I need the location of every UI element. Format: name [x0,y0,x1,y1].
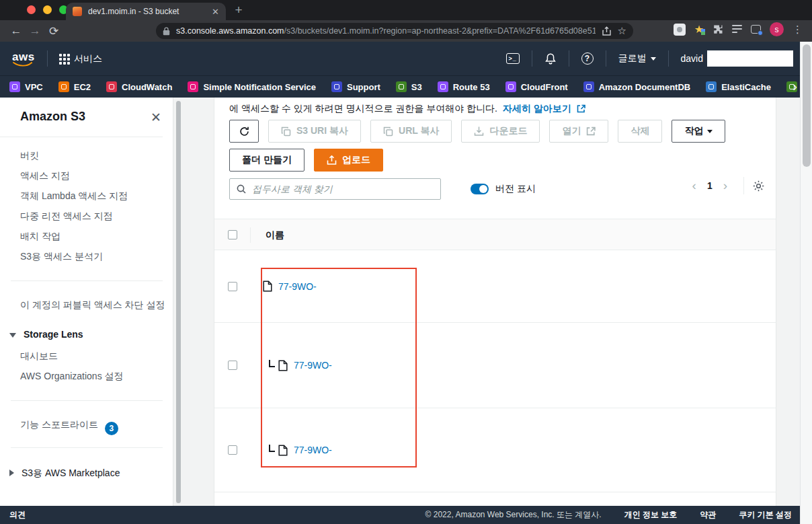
page-scrollbar[interactable] [800,42,812,524]
browser-menu-icon[interactable]: ⋮ [793,24,803,36]
object-version-row[interactable]: 77-9WO- [214,323,776,408]
sidebar-group-storage-lens[interactable]: Storage Lens [9,329,83,340]
help-icon[interactable]: ? [581,52,594,65]
object-version-row[interactable]: 77-9WO- [214,408,776,492]
reload-button[interactable]: ⟳ [44,24,63,38]
url-host: s3.console.aws.amazon.com [176,26,284,36]
cookie-preferences-link[interactable]: 쿠키 기본 설정 [739,509,792,521]
favorites-overflow-chevron-icon[interactable]: › [793,79,797,94]
back-button[interactable]: ← [7,24,26,38]
select-all-checkbox[interactable] [228,230,237,239]
row-checkbox[interactable] [228,282,237,291]
download-icon [474,126,484,137]
learn-more-link[interactable]: 자세히 알아보기 [503,103,571,114]
version-branch-icon [269,445,275,452]
keep-extension-icon[interactable] [674,24,686,36]
notifications-bell-icon[interactable] [544,52,557,65]
favorite-sns[interactable]: Simple Notification Service [188,81,316,92]
sidebar-item-multi-region[interactable]: 다중 리전 액세스 지점 [20,211,113,223]
download-button[interactable]: 다운로드 [461,120,540,143]
object-version-link[interactable]: 77-9WO- [294,445,332,455]
region-selector[interactable]: 글로벌 [618,52,656,65]
sidebar-item-batch-operations[interactable]: 배치 작업 [20,231,60,243]
current-page-number[interactable]: 1 [704,180,715,191]
redacted-account-box [707,50,793,67]
bookmark-star-icon[interactable]: ☆ [618,25,626,37]
name-column-header[interactable]: 이름 [266,229,284,241]
account-menu[interactable]: david [681,53,703,64]
playlist-extension-icon[interactable] [732,25,742,34]
sidebar-item-dashboards[interactable]: 대시보드 [20,350,58,363]
bookmarks-extension-icon[interactable]: ★ [694,23,704,36]
aws-logo[interactable]: aws [12,50,35,64]
ec2-service-icon [58,81,69,92]
new-tab-button[interactable]: + [230,1,247,19]
sidebar-item-access-analyzer[interactable]: S3용 액세스 분석기 [20,251,103,263]
create-folder-button[interactable]: 폴더 만들기 [229,149,304,172]
object-version-link[interactable]: 77-9WO- [294,360,332,371]
browser-profile-avatar[interactable]: s [770,22,784,36]
browser-tab[interactable]: dev1.moim.in - S3 bucket ✕ [66,3,226,20]
sidebar-item-access-points[interactable]: 액세스 지점 [20,170,70,182]
copy-url-button[interactable]: URL 복사 [370,120,452,143]
cloudshell-icon[interactable]: >_ [506,53,520,64]
tab-close-icon[interactable]: ✕ [212,7,219,17]
refresh-button[interactable] [229,120,259,143]
object-search-box[interactable] [229,178,441,200]
object-row[interactable]: 77-9WO- [214,250,776,323]
collapse-triangle-icon [9,333,16,338]
console-footer: 의견 © 2022, Amazon Web Services, Inc. 또는 … [0,506,812,524]
feedback-link[interactable]: 의견 [9,509,26,521]
copy-s3-uri-button[interactable]: S3 URI 복사 [268,120,361,143]
file-icon [278,360,288,371]
table-settings-gear-icon[interactable] [752,180,765,192]
sidebar-item-organizations-settings[interactable]: AWS Organizations 설정 [20,371,124,383]
refresh-icon [239,126,250,137]
favorite-ec2[interactable]: EC2 [58,81,91,92]
favorite-route53[interactable]: Route 53 [438,81,490,92]
sidebar-item-block-public-access[interactable]: 이 계정의 퍼블릭 액세스 차단 설정 [20,299,165,311]
sidebar-group-marketplace[interactable]: S3용 AWS Marketplace [9,467,120,480]
next-page-chevron-icon[interactable]: › [715,178,735,193]
puzzle-extensions-icon[interactable] [713,24,723,35]
row-checkbox[interactable] [228,445,237,455]
delete-button[interactable]: 삭제 [618,120,662,143]
page-scrollbar-thumb[interactable] [803,44,811,167]
address-bar[interactable]: s3.console.aws.amazon.com /s3/buckets/de… [156,23,633,39]
window-close-button[interactable] [27,5,36,14]
s3-service-icon [396,81,407,92]
permissions-notice: 에 액세스할 수 있게 하려면 명시적으로 권한을 부여해야 합니다. 자세히 … [229,103,585,115]
sidebar-title: Amazon S3 [20,110,85,124]
table-header: 이름 [214,219,776,250]
sidebar-scrollbar[interactable] [176,101,181,503]
share-icon[interactable] [602,26,611,36]
favorite-cloudfront[interactable]: CloudFront [505,81,568,92]
favorite-cloudwatch[interactable]: CloudWatch [106,81,172,92]
window-minimize-button[interactable] [43,5,52,14]
open-button[interactable]: 열기 [549,120,608,143]
object-link[interactable]: 77-9WO- [278,281,317,292]
sidebar-close-icon[interactable]: ✕ [151,110,161,125]
row-checkbox[interactable] [228,361,237,370]
upload-button[interactable]: 업로드 [314,149,383,172]
favorite-elasticache[interactable]: ElastiCache [706,81,771,92]
spotlight-count-badge: 3 [105,422,118,435]
sidebar-item-feature-spotlight[interactable]: 기능 스포트라이트3 [20,419,118,435]
prev-page-chevron-icon[interactable]: ‹ [684,178,704,193]
privacy-link[interactable]: 개인 정보 보호 [624,509,678,521]
favorite-vpc[interactable]: VPC [9,81,43,92]
forward-button[interactable]: → [26,24,44,38]
terms-link[interactable]: 약관 [700,509,716,521]
services-menu[interactable]: 서비스 [74,53,102,65]
window-extension-icon[interactable] [751,25,761,34]
sidebar-item-buckets[interactable]: 버킷 [20,150,39,162]
services-grid-icon[interactable] [59,54,70,65]
actions-dropdown-button[interactable]: 작업 [672,120,725,143]
cloudfront-service-icon [505,81,516,92]
favorite-documentdb[interactable]: Amazon DocumentDB [583,81,691,92]
object-search-input[interactable] [252,184,434,194]
show-versions-toggle[interactable] [471,184,489,194]
favorite-support[interactable]: Support [331,81,380,92]
sidebar-item-object-lambda[interactable]: 객체 Lambda 액세스 지점 [20,190,128,202]
favorite-s3[interactable]: S3 [396,81,422,92]
